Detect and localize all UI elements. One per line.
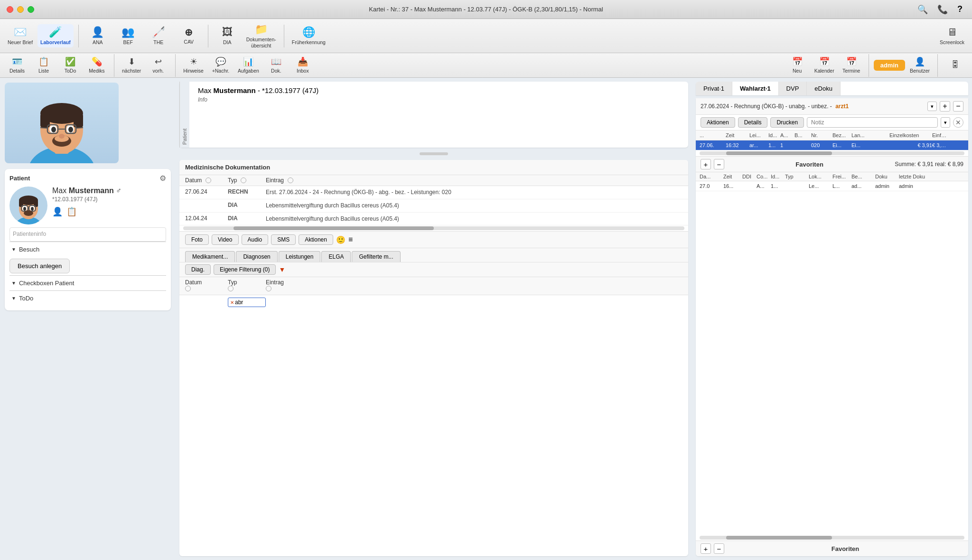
- typ-filter[interactable]: [241, 177, 246, 183]
- audio-button[interactable]: Audio: [242, 234, 269, 245]
- dokumenten-button[interactable]: 📁 Dokumenten- übersicht: [243, 21, 279, 50]
- list-icon[interactable]: ≡: [348, 235, 353, 244]
- hinweise-button[interactable]: ☀ Hinweise: [180, 55, 206, 75]
- typ-clear-icon[interactable]: ✕: [230, 300, 234, 305]
- tab-leistungen[interactable]: Leistungen: [279, 251, 321, 262]
- lower-eintrag-filter[interactable]: [266, 286, 271, 291]
- admin-button[interactable]: admin: [874, 60, 905, 71]
- lower-datum-filter[interactable]: [185, 286, 191, 291]
- patient-clipboard-icon[interactable]: 📋: [66, 206, 77, 217]
- rechnung-arzt: arzt1: [835, 103, 849, 110]
- svg-point-9: [68, 127, 73, 132]
- right-table-hscroll[interactable]: [700, 151, 964, 155]
- toolbar2-separator4: [937, 54, 938, 77]
- patient-person-icon[interactable]: 👤: [52, 206, 63, 217]
- patient-avatar-area: Max Mustermann ♂ *12.03.1977 (47J) 👤 📋: [9, 187, 166, 224]
- laborverlauf-button[interactable]: 🧪 Laborverlauf: [37, 24, 74, 47]
- fav-bottom-plus-button[interactable]: +: [701, 543, 711, 554]
- besuch-section[interactable]: ▼ Besuch: [9, 242, 166, 257]
- details-action-button[interactable]: Details: [738, 117, 768, 128]
- screenlock-button[interactable]: 🖥 Screenlock: [937, 24, 967, 47]
- help-icon[interactable]: ?: [957, 4, 963, 14]
- lower-typ-col: Typ: [228, 279, 266, 293]
- close-button[interactable]: [7, 6, 13, 13]
- the-button[interactable]: 🦯 THE: [144, 24, 173, 47]
- fav-hscroll[interactable]: [700, 536, 964, 540]
- bef-button[interactable]: 👥 BEF: [114, 24, 142, 47]
- inbox-button[interactable]: 📥 Inbox: [290, 55, 315, 75]
- checkboxen-section[interactable]: ▼ Checkboxen Patient: [9, 275, 166, 290]
- patient-header: Patient Max Mustermann - *12.03.1977 (47…: [179, 82, 688, 148]
- fav-row-co: A...: [757, 183, 771, 189]
- aktionen-action-button[interactable]: Aktionen: [701, 117, 735, 128]
- circle-minus-icon[interactable]: ✕: [953, 117, 963, 128]
- doc-hscroll-thumb[interactable]: [234, 226, 434, 230]
- sms-button[interactable]: SMS: [271, 234, 296, 245]
- frueherkennung-button[interactable]: 🌐 Früherkennung: [289, 24, 328, 47]
- todo-button[interactable]: ✅ ToDo: [58, 55, 83, 75]
- fav-plus-button[interactable]: +: [701, 159, 711, 169]
- diag-filter-button[interactable]: Diag.: [185, 264, 211, 275]
- nachrichten-button[interactable]: 💬 +Nachr.: [208, 55, 233, 75]
- neuer-brief-button[interactable]: ✉️ Neuer Brief: [5, 24, 36, 47]
- tab-wahlarzt[interactable]: Wahlarzt·1: [732, 82, 779, 95]
- rechnung-minus[interactable]: −: [953, 101, 963, 112]
- search-icon[interactable]: 🔍: [917, 4, 928, 15]
- aufgaben-button[interactable]: 📊 Aufgaben: [235, 55, 262, 75]
- extra-button[interactable]: 🎛: [943, 58, 967, 72]
- tab-gefilterte[interactable]: Gefilterte m...: [352, 251, 400, 262]
- right-table-hscroll-thumb[interactable]: [726, 151, 832, 155]
- besuch-anlegen-button[interactable]: Besuch anlegen: [9, 259, 70, 273]
- aktionen-button[interactable]: Aktionen: [299, 234, 333, 245]
- smiley-icon[interactable]: 🙂: [336, 235, 346, 244]
- vorh-button[interactable]: ↩ vorh.: [146, 55, 170, 75]
- details-button[interactable]: 🪪 Details: [5, 55, 29, 75]
- liste-button[interactable]: 📋 Liste: [31, 55, 56, 75]
- dok-button[interactable]: 📖 Dok.: [264, 55, 289, 75]
- filter-funnel-icon[interactable]: ▼: [279, 266, 285, 273]
- tab-medikament[interactable]: Medikament...: [185, 251, 235, 262]
- rechnung-plus[interactable]: +: [940, 101, 950, 112]
- tab-elga[interactable]: ELGA: [321, 251, 351, 262]
- ana-button[interactable]: 👤 ANA: [84, 24, 112, 47]
- drucken-action-button[interactable]: Drucken: [770, 117, 804, 128]
- minimize-button[interactable]: [17, 6, 24, 13]
- cav-button[interactable]: ⊕ CAV: [175, 25, 203, 47]
- row-date: 27.06.: [700, 142, 726, 148]
- kalender-button[interactable]: 📅 Kalender: [812, 55, 837, 75]
- notiz-input[interactable]: [807, 117, 938, 128]
- typ-input[interactable]: ✕ abr: [228, 298, 266, 307]
- table-row[interactable]: 27.06. 16:32 ar... 1... 1 020 Ei... Ei..…: [696, 140, 968, 150]
- mediks-button[interactable]: 💊 Mediks: [84, 55, 109, 75]
- fav-table-row[interactable]: 27.0 16... A... 1... Le... L... ad... ad…: [696, 181, 968, 191]
- eintrag-filter[interactable]: [288, 177, 293, 183]
- patient-dob: *12.03.1977 (47J): [52, 196, 122, 203]
- tab-edoku[interactable]: eDoku: [807, 82, 841, 95]
- tab-diagnosen[interactable]: Diagnosen: [236, 251, 277, 262]
- fav-hscroll-thumb[interactable]: [726, 536, 832, 540]
- phone-icon[interactable]: 📞: [937, 4, 948, 15]
- tab-dvp[interactable]: DVP: [779, 82, 807, 95]
- neu-button[interactable]: 📅 Neu: [785, 55, 810, 75]
- fav-bottom-minus-button[interactable]: −: [714, 543, 724, 554]
- naechster-button[interactable]: ⬇ nächster: [119, 55, 144, 75]
- doc-row[interactable]: 27.06.24 RECHN Erst. 27.06.2024 - 24 - R…: [179, 186, 688, 199]
- datum-filter[interactable]: [206, 177, 211, 183]
- benutzer-button[interactable]: 👤 Benutzer: [907, 55, 933, 75]
- todo-section[interactable]: ▼ ToDo: [9, 290, 166, 306]
- fullscreen-button[interactable]: [28, 6, 34, 13]
- video-button[interactable]: Video: [212, 234, 238, 245]
- lower-typ-filter[interactable]: [228, 286, 234, 291]
- tab-privat[interactable]: Privat·1: [696, 82, 732, 95]
- dia-button[interactable]: 🖼 DIA: [213, 24, 242, 47]
- notiz-dropdown[interactable]: ▾: [941, 117, 950, 128]
- eigene-filter-button[interactable]: Eigene Filterung (0): [214, 264, 276, 275]
- termine-button[interactable]: 📅 Termine: [839, 55, 864, 75]
- foto-button[interactable]: Foto: [185, 234, 209, 245]
- doc-hscroll[interactable]: [183, 226, 684, 230]
- fav-minus-button[interactable]: −: [714, 159, 724, 169]
- doc-row[interactable]: DIA Lebensmittelvergiftung durch Bacillu…: [179, 199, 688, 213]
- rechnung-dropdown[interactable]: ▾: [927, 102, 937, 111]
- doc-row[interactable]: 12.04.24 DIA Lebensmittelvergiftung durc…: [179, 213, 688, 226]
- patient-settings-icon[interactable]: ⚙: [159, 174, 166, 183]
